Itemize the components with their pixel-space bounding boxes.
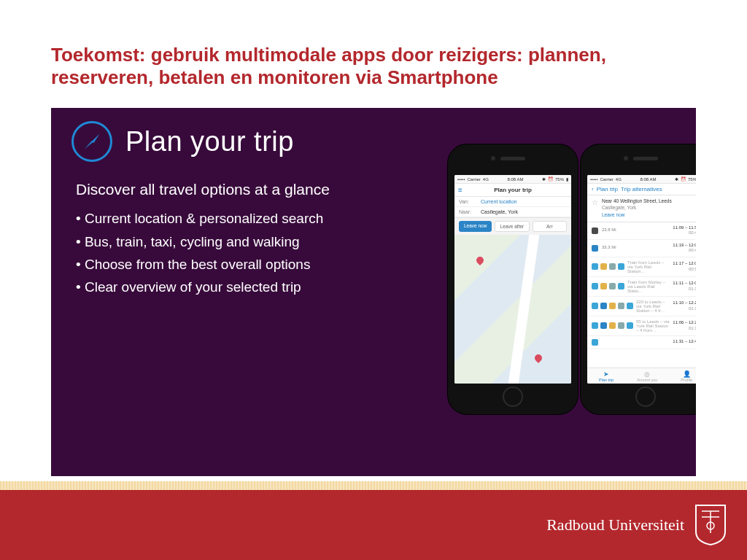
map-view [454,235,571,384]
bike-icon [618,283,624,289]
duration: 00:45 [673,248,696,254]
hero-subhead: Discover all travel options at a glance [76,181,423,198]
university-shield-icon [694,504,727,546]
hamburger-icon: ≡ [458,186,462,194]
hero-title: Plan your trip [125,126,294,158]
phone-1: ••••• Carrier 4G 8:08 AM ✱ ⏰ 75% ▮ [448,144,578,414]
slide-title: Toekomst: gebruik multimodale apps door … [51,44,696,89]
status-bar: ••••• Carrier 4G 8:08 AM ✱ ⏰ 75% ▮ [587,175,696,184]
from-label: Van: [459,199,476,204]
time-range: 11:17 – 12:08 [673,261,696,267]
hero-panel: Plan your trip Discover all travel optio… [51,108,696,476]
duration: 01:19 [673,306,696,312]
route-sub: Train from Morley – via Leeds Rail Stati… [624,280,673,293]
bike-icon [592,263,598,270]
bike-icon [627,303,633,309]
tab-label: Around you [637,378,657,382]
bike-icon [618,263,624,270]
alt-row: 23.8 Mi 11:09 – 11:5400:45 [587,222,696,240]
time-range: 11:06 – 12:25 [673,320,696,326]
alt-row: 220 to Leeds – via York Rail Station – 4… [587,297,696,316]
walk-icon [609,303,616,309]
route-sub: Train from Leeds – via York Rail Station… [624,260,673,273]
bullet-item: Clear overview of your selected trip [76,276,423,298]
distance-label: 23.8 Mi [600,228,616,234]
bus-icon [600,322,607,329]
walk-icon [600,263,607,270]
phone-camera [624,156,628,160]
tab-profile: 👤Profile [681,370,692,382]
signal-dots-icon: ••••• [590,177,598,182]
tab-leave-now: Leave now [459,221,492,232]
bike-icon [592,322,598,329]
train-icon [618,322,624,329]
person-icon: 👤 [681,370,692,378]
tab-around-you: ◎Around you [637,370,657,382]
bluetooth-icon: ✱ [542,176,546,182]
duration: 00:51 [673,267,696,273]
battery-label: 75% [555,177,564,182]
carrier-label: Carrier [468,177,481,182]
clock-label: 8:08 AM [507,177,523,182]
battery-label: 75% [688,177,696,182]
hero-content: Discover all travel options at a glance … [51,166,430,298]
alt-row: 55 to Leeds – via York Rail Station – 4 … [587,316,696,336]
network-label: 4G [616,177,622,182]
bottom-tab-bar: ➤Plan trip ◎Around you 👤Profile [587,368,696,384]
duration: 00:45 [673,230,696,236]
app-header: ≡ Plan your trip [454,184,571,197]
time-range: 11:09 – 11:54 [673,225,696,231]
route-sub: 220 to Leeds – via York Rail Station – 4… [633,300,673,313]
map-pin-icon [533,353,543,363]
alarm-icon: ⏰ [681,176,686,182]
duration: 01:14 [673,287,696,292]
from-field: Van: Current location [454,197,571,207]
header-title: Trip alternatives [621,186,662,192]
destination-box: ☆ Near 40 Wellington Street, Leeds Castl… [587,195,696,222]
bus-icon [592,245,598,252]
time-range: 11:31 – 12:43 [673,339,696,345]
alternatives-list: 23.8 Mi 11:09 – 11:5400:45 33.3 Mi 11:19… [587,222,696,368]
tab-label: Profile [681,378,692,382]
bluetooth-icon: ✱ [675,176,678,182]
nav-arrow-icon: ➤ [599,370,614,378]
alt-row: Train from Leeds – via York Rail Station… [587,257,696,277]
phone-home-button [635,386,656,407]
bullet-item: Choose from the best overall options [76,253,423,276]
duration: 01:19 [673,326,696,332]
bullet-item: Current location & personalized search [76,207,423,230]
phone-earpiece [633,157,658,160]
walk-icon [600,283,607,289]
tab-arrive: Arr [533,221,567,232]
phone1-screen: ••••• Carrier 4G 8:08 AM ✱ ⏰ 75% ▮ [454,175,571,384]
tab-label: Plan trip [599,378,614,382]
train-icon [609,283,616,289]
back-chevron-icon: ‹ [592,186,594,192]
alarm-icon: ⏰ [548,176,553,182]
phone2-screen: ••••• Carrier 4G 8:08 AM ✱ ⏰ 75% ▮ [587,175,696,384]
phone-2: ••••• Carrier 4G 8:08 AM ✱ ⏰ 75% ▮ [581,144,696,414]
time-range: 11:10 – 12:25 [673,300,696,306]
footer-brand-band: Radboud Universiteit [0,490,747,560]
time-range: 11:11 – 12:05 [673,281,696,287]
presentation-slide: Toekomst: gebruik multimodale apps door … [0,0,747,560]
time-range: 11:19 – 12:04 [673,243,696,249]
from-value: Current location [481,199,516,204]
bike-icon [627,322,633,329]
alt-row: Train from Morley – via Leeds Rail Stati… [587,277,696,297]
trip-fields: Van: Current location Naar: Castlegate, … [454,197,571,218]
compass-icon: ◎ [637,370,657,378]
phones-mockup: ••••• Carrier 4G 8:08 AM ✱ ⏰ 75% ▮ [448,144,696,414]
dest-line-1: Near 40 Wellington Street, Leeds [602,198,672,204]
bike-icon [592,283,598,289]
bus-icon [600,303,607,309]
phone-home-button [503,386,523,407]
phone-earpiece [500,157,525,160]
to-value: Castlegate, York [481,209,518,214]
to-label: Naar: [459,209,476,214]
signal-dots-icon: ••••• [457,177,465,182]
tab-plan-trip: ➤Plan trip [599,370,614,382]
footer: Radboud Universiteit [0,481,747,560]
car-icon [592,228,598,234]
map-road [508,235,540,384]
